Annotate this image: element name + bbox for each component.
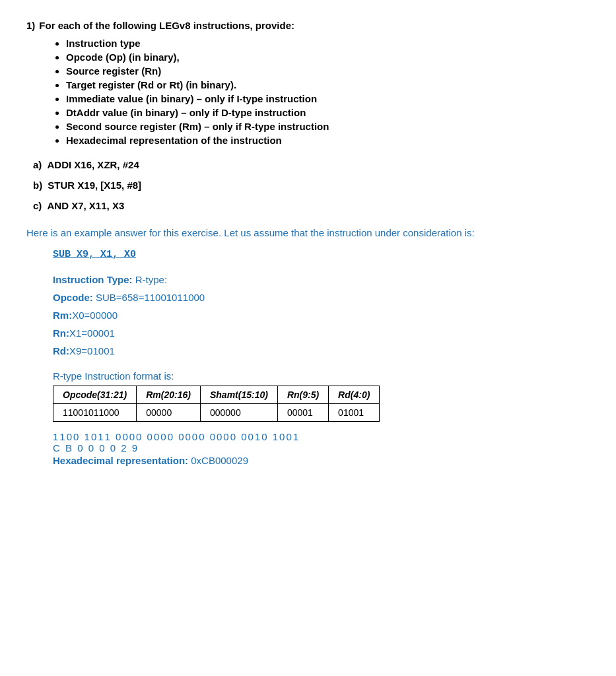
table-cell-shamt: 000000: [200, 404, 277, 422]
type-label: Instruction Type:: [53, 274, 133, 285]
example-section: Here is an example answer for this exerc…: [26, 227, 590, 466]
subquestion-a-text: ADDI X16, XZR, #24: [48, 159, 139, 170]
question-header: 1) For each of the following LEGv8 instr…: [26, 20, 590, 31]
subquestion-c: c) AND X7, X11, X3: [33, 200, 590, 211]
table-cell-opcode: 11001011000: [53, 404, 137, 422]
rd-value: X9=01001: [69, 345, 115, 356]
rn-line: Rn:X1=00001: [53, 324, 590, 342]
binary-line2: C B 0 0 0 0 2 9: [53, 442, 590, 454]
subquestion-c-label: c): [33, 200, 42, 211]
rd-label: Rd:: [53, 345, 69, 356]
bullet-item-5: Immediate value (in binary) – only if I-…: [66, 93, 590, 104]
rtype-table: Opcode(31:21) Rm(20:16) Shamt(15:10) Rn(…: [53, 386, 380, 422]
binary-line1: 1100 1011 0000 0000 0000 0000 0010 1001: [53, 431, 590, 442]
example-details: Instruction Type: R-type: Opcode: SUB=65…: [53, 271, 590, 360]
bullet-item-4: Target register (Rd or Rt) (in binary).: [66, 79, 590, 90]
bullet-item-3: Source register (Rn): [66, 65, 590, 77]
rd-line: Rd:X9=01001: [53, 342, 590, 360]
table-cell-rm: 00000: [137, 404, 201, 422]
table-cell-rd: 01001: [329, 404, 380, 422]
question-number: 1): [26, 20, 35, 31]
binary-representation: 1100 1011 0000 0000 0000 0000 0010 1001 …: [53, 431, 590, 454]
bullet-item-1: Instruction type: [66, 38, 590, 49]
rm-line: Rm:X0=00000: [53, 306, 590, 324]
question-text: For each of the following LEGv8 instruct…: [39, 20, 294, 31]
hex-representation: Hexadecimal representation: 0xCB000029: [53, 455, 590, 466]
rn-label: Rn:: [53, 327, 69, 339]
instruction-type-line: Instruction Type: R-type:: [53, 271, 590, 288]
rm-label: Rm:: [53, 310, 72, 321]
subquestion-b: b) STUR X19, [X15, #8]: [33, 180, 590, 191]
type-value: R-type:: [133, 274, 168, 285]
table-header-rd: Rd(4:0): [329, 386, 380, 404]
bullet-list: Instruction type Opcode (Op) (in binary)…: [66, 38, 590, 146]
subquestion-c-text: AND X7, X11, X3: [48, 200, 125, 211]
rn-value: X1=00001: [69, 327, 115, 339]
table-header-opcode: Opcode(31:21): [53, 386, 137, 404]
bullet-item-7: Second source register (Rm) – only if R-…: [66, 121, 590, 132]
subquestion-a-label: a): [33, 159, 42, 170]
bullet-item-8: Hexadecimal representation of the instru…: [66, 135, 590, 146]
example-intro: Here is an example answer for this exerc…: [26, 227, 590, 238]
table-header-shamt: Shamt(15:10): [200, 386, 277, 404]
table-label: R-type Instruction format is:: [53, 370, 590, 382]
table-cell-rn: 00001: [277, 404, 328, 422]
bullet-item-2: Opcode (Op) (in binary),: [66, 51, 590, 63]
table-section: R-type Instruction format is: Opcode(31:…: [53, 370, 590, 422]
hex-value: 0xCB000029: [188, 455, 248, 466]
bullet-item-6: DtAddr value (in binary) – only if D-typ…: [66, 107, 590, 118]
table-data-row: 11001011000 00000 000000 00001 01001: [53, 404, 380, 422]
opcode-line: Opcode: SUB=658=11001011000: [53, 288, 590, 306]
opcode-label: Opcode:: [53, 292, 93, 303]
hex-label: Hexadecimal representation:: [53, 455, 188, 466]
example-instruction: SUB X9, X1, X0: [53, 249, 590, 260]
subquestion-a: a) ADDI X16, XZR, #24: [33, 159, 590, 170]
table-header-rn: Rn(9:5): [277, 386, 328, 404]
table-header-row: Opcode(31:21) Rm(20:16) Shamt(15:10) Rn(…: [53, 386, 380, 404]
subquestion-b-text: STUR X19, [X15, #8]: [48, 180, 141, 191]
subquestion-b-label: b): [33, 180, 42, 191]
opcode-value: SUB=658=11001011000: [93, 292, 205, 303]
rm-value: X0=00000: [72, 310, 118, 321]
table-header-rm: Rm(20:16): [137, 386, 201, 404]
